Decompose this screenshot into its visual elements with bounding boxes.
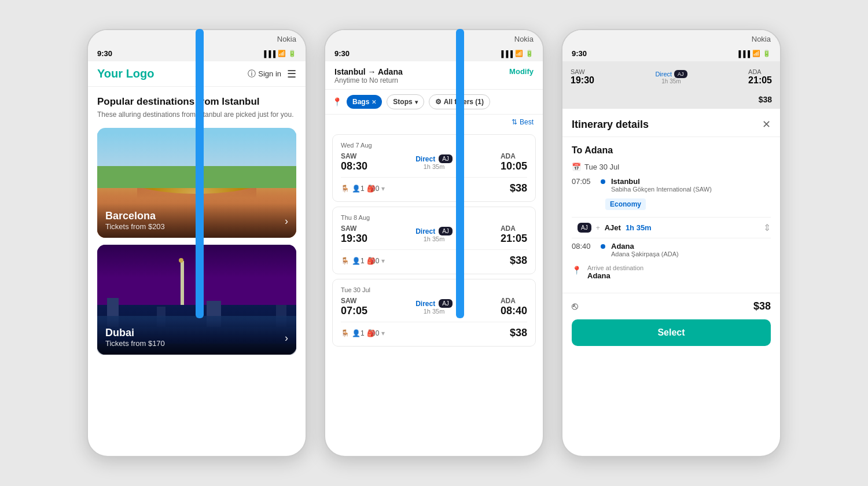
flight-departure-2: SAW 19:30 [341, 224, 367, 245]
flight-date: Tue 30 Jul [584, 163, 619, 171]
bg-middle: Direct AJ 1h 35m [655, 70, 687, 84]
menu-button[interactable]: ☰ [287, 68, 296, 80]
airline-expand-icon[interactable]: ⇕ [763, 222, 771, 233]
pin-icon: 📍 [332, 97, 342, 106]
modal-body: To Adana 📅 Tue 30 Jul 07:05 Istanbul Sab… [562, 137, 780, 288]
wifi-icon: 📶 [515, 50, 523, 57]
sign-in-button[interactable]: ⓘ Sign in [248, 69, 281, 79]
flight-amenities-1: 🪑 👤1 🎒0 ▾ [341, 185, 385, 193]
person-icon: 👤1 [352, 257, 365, 265]
app-logo[interactable]: Your Logo [97, 67, 155, 80]
bag-icon: 🎒0 [367, 257, 380, 265]
departure-airport: Sabiha Gökçen International (SAW) [611, 186, 712, 193]
filter-icon: ⚙ [435, 98, 442, 106]
wifi-icon: 📶 [278, 50, 286, 57]
route-info: Istanbul → Adana Anytime to No return [334, 67, 403, 84]
expand-icon[interactable]: ▾ [381, 257, 385, 265]
phone1-nokia-label: Nokia [277, 35, 296, 43]
arrival-info: Adana Adana Şakirpaşa (ADA) [611, 242, 679, 257]
seat-icon: 🪑 [341, 185, 350, 193]
route-dates: Anytime to No return [334, 76, 403, 84]
phone-2: Nokia 9:30 ▐▐▐ 📶 🔋 Istanbul → Adana Anyt… [324, 29, 544, 457]
flight-middle-3: Direct AJ 1h 35m [415, 299, 453, 315]
phone2-time: 9:30 [334, 49, 350, 58]
modal-close-button[interactable]: ✕ [762, 118, 771, 131]
flight-middle-2: Direct AJ 1h 35m [415, 227, 453, 242]
flight-amenities-3: 🪑 👤1 🎒0 ▾ [341, 329, 385, 337]
modal-title: Itinerary details [572, 119, 649, 131]
arrival-time: 08:40 [572, 242, 595, 251]
location-pin-icon: 📍 [572, 266, 582, 275]
dubai-name: Dubai [105, 327, 288, 339]
phone1-time: 9:30 [97, 49, 112, 58]
airline-plus: + [596, 224, 600, 232]
flight-departure-3: SAW 07:05 [341, 297, 367, 317]
arrive-at-label: Arrive at destination [587, 264, 643, 271]
arrival-airport: Adana Şakirpaşa (ADA) [611, 251, 679, 257]
flight-row-1: SAW 08:30 Direct AJ 1h 35m ADA 10:05 [341, 152, 527, 172]
arrive-at-row: 📍 Arrive at destination Adana [572, 264, 771, 280]
flight-card-2[interactable]: Thu 8 Aug SAW 19:30 Direct AJ 1h 35m ADA… [332, 207, 536, 274]
stops-filter[interactable]: Stops ▾ [387, 94, 424, 109]
departure-row: 07:05 Istanbul Sabiha Gökçen Internation… [572, 177, 771, 193]
person-icon: 👤1 [352, 185, 365, 193]
flight-arrival-1: ADA 10:05 [501, 152, 527, 172]
dubai-price: Tickets from $170 [105, 339, 288, 348]
arrival-row: 08:40 Adana Adana Şakirpaşa (ADA) [572, 242, 771, 257]
airline-badge: AJ [578, 223, 591, 233]
bags-filter[interactable]: Bags ✕ [347, 95, 382, 109]
route-header: Istanbul → Adana Anytime to No return Mo… [325, 61, 543, 90]
flight-card-3[interactable]: Tue 30 Jul SAW 07:05 Direct AJ 1h 35m AD… [332, 279, 536, 347]
dubai-arrow[interactable]: › [285, 332, 288, 344]
departure-dot [601, 179, 605, 184]
expand-icon[interactable]: ▾ [381, 329, 385, 337]
flight-departure-1: SAW 08:30 [341, 152, 367, 172]
to-destination: To Adana [572, 145, 771, 156]
airline-duration: 1h 35m [626, 223, 652, 232]
flight-row-3: SAW 07:05 Direct AJ 1h 35m ADA 08:40 [341, 297, 527, 317]
battery-icon: 🔋 [525, 50, 534, 57]
select-button[interactable]: Select [572, 319, 771, 346]
phone3-time: 9:30 [572, 49, 587, 58]
stops-label: Stops [393, 98, 412, 106]
seat-icon: 🪑 [341, 329, 350, 337]
barcelona-arrow[interactable]: › [285, 215, 288, 227]
airline-name: AJet [605, 223, 621, 232]
flight-card-1[interactable]: Wed 7 Aug SAW 08:30 Direct AJ 1h 35m ADA… [332, 134, 536, 202]
phone1-status-icons: ▐▐▐ 📶 🔋 [262, 50, 296, 57]
accent-bar-2 [456, 29, 464, 318]
sort-label[interactable]: Best [520, 118, 534, 126]
bag-icon: 🎒0 [367, 329, 380, 337]
itinerary-modal: Itinerary details ✕ To Adana 📅 Tue 30 Ju… [562, 109, 780, 355]
person-icon: 👤1 [352, 329, 365, 337]
sort-icon: ⇅ [512, 118, 517, 126]
flight-date-3: Tue 30 Jul [341, 286, 527, 293]
dubai-overlay: Dubai Tickets from $170 [97, 320, 296, 355]
arrival-dot [601, 244, 605, 249]
stops-chevron-icon: ▾ [415, 99, 418, 105]
bag-icon: 🎒0 [367, 185, 380, 193]
flight-date-1: Wed 7 Aug [341, 142, 527, 149]
arrive-at-city: Adana [587, 271, 643, 280]
flight-date-2: Thu 8 Aug [341, 214, 527, 221]
expand-icon[interactable]: ▾ [381, 185, 385, 193]
signal-icon: ▐▐▐ [737, 50, 750, 57]
phone2-nokia-label: Nokia [514, 35, 534, 43]
airline-row: AJ + AJet 1h 35m ⇕ [572, 217, 771, 238]
departure-info: Istanbul Sabiha Gökçen International (SA… [611, 177, 712, 193]
share-icon[interactable]: ⎋ [572, 300, 578, 312]
flight-row-2: SAW 19:30 Direct AJ 1h 35m ADA 21:05 [341, 224, 527, 245]
accent-bar-1 [196, 29, 204, 318]
phone3-nokia-label: Nokia [752, 35, 771, 43]
background-flight: SAW 19:30 Direct AJ 1h 35m ADA 21:05 [562, 61, 780, 93]
modal-header: Itinerary details ✕ [562, 109, 780, 137]
bags-close-icon[interactable]: ✕ [372, 99, 376, 105]
account-icon: ⓘ [248, 69, 256, 79]
modify-button[interactable]: Modify [509, 67, 534, 76]
arrive-info: Arrive at destination Adana [587, 264, 643, 280]
flight-bottom-1: 🪑 👤1 🎒0 ▾ $38 [341, 177, 527, 194]
flight-bottom-3: 🪑 👤1 🎒0 ▾ $38 [341, 322, 527, 339]
battery-icon: 🔋 [288, 50, 296, 57]
battery-icon: 🔋 [763, 50, 771, 57]
bg-departure: SAW 19:30 [571, 68, 594, 86]
